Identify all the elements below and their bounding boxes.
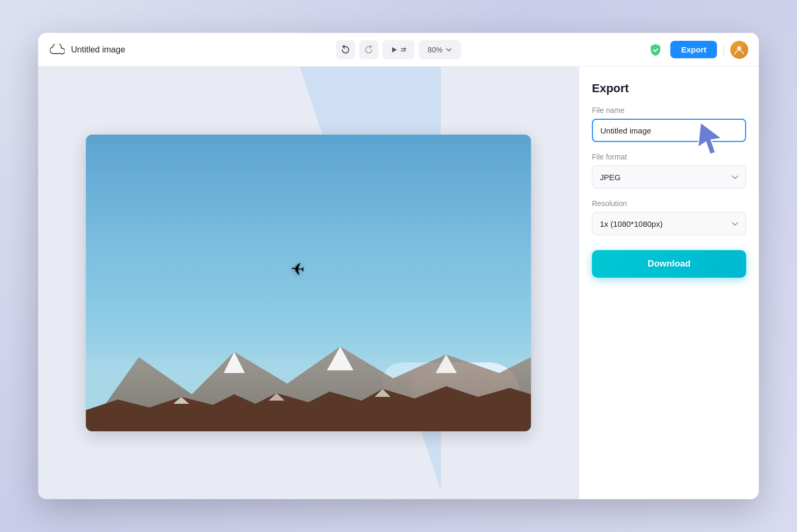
app-window: Untitled image bbox=[38, 33, 759, 499]
resolution-select[interactable]: 1x (1080*1080px) 2x (2160*2160px) 0.5x (… bbox=[592, 212, 746, 235]
avatar bbox=[730, 41, 748, 59]
undo-button[interactable] bbox=[336, 40, 355, 59]
zoom-control[interactable]: 80% bbox=[419, 40, 461, 59]
canvas-area: ✈ bbox=[38, 67, 579, 499]
file-format-select-wrapper: JPEG PNG SVG PDF bbox=[592, 165, 746, 189]
download-button[interactable]: Download bbox=[592, 250, 746, 278]
header: Untitled image bbox=[38, 33, 759, 67]
redo-button[interactable] bbox=[359, 40, 378, 59]
file-format-label: File format bbox=[592, 153, 746, 161]
resolution-label: Resolution bbox=[592, 199, 746, 208]
file-name-group: File name bbox=[592, 106, 746, 142]
header-divider bbox=[723, 43, 724, 56]
resolution-select-wrapper: 1x (1080*1080px) 2x (2160*2160px) 0.5x (… bbox=[592, 212, 746, 235]
export-panel-title: Export bbox=[592, 82, 746, 95]
file-name-label: File name bbox=[592, 106, 746, 114]
main-content: ✈ bbox=[38, 67, 759, 499]
file-format-select[interactable]: JPEG PNG SVG PDF bbox=[592, 165, 746, 189]
airplane-icon: ✈ bbox=[290, 259, 306, 280]
file-format-group: File format JPEG PNG SVG PDF bbox=[592, 153, 746, 189]
play-button[interactable] bbox=[383, 40, 414, 59]
resolution-group: Resolution 1x (1080*1080px) 2x (2160*216… bbox=[592, 199, 746, 235]
export-button[interactable]: Export bbox=[670, 41, 717, 58]
svg-point-1 bbox=[737, 46, 741, 50]
file-name-input[interactable] bbox=[592, 119, 746, 142]
doc-title: Untitled image bbox=[71, 45, 125, 55]
sky-scene: ✈ bbox=[86, 135, 531, 431]
toolbar: 80% bbox=[336, 40, 461, 59]
export-panel: Export File name File format JPEG PNG SV… bbox=[579, 67, 759, 499]
shield-icon bbox=[647, 41, 664, 58]
svg-marker-0 bbox=[392, 47, 397, 52]
mountain-svg bbox=[86, 325, 531, 431]
canvas-image: ✈ bbox=[86, 135, 531, 431]
cloud-icon bbox=[49, 41, 66, 58]
